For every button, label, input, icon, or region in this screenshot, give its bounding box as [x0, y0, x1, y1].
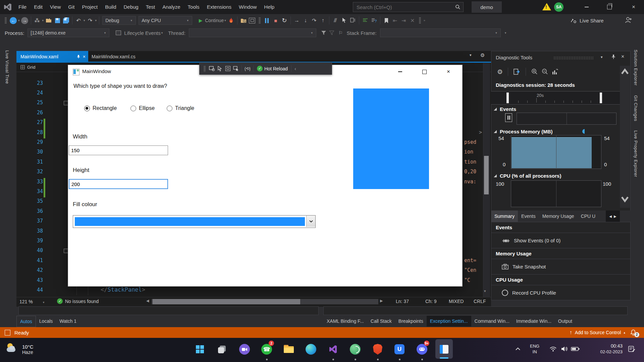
menu-item-view[interactable]: View: [46, 0, 64, 14]
continue-button[interactable]: Continue: [205, 18, 224, 23]
clear-bookmarks-icon[interactable]: ✕: [408, 16, 417, 25]
continue-dropdown[interactable]: ▾: [224, 19, 227, 22]
taskbar-icon-wpf-app[interactable]: [437, 343, 451, 356]
add-user-icon[interactable]: [625, 16, 633, 24]
menu-item-git[interactable]: Git: [64, 0, 78, 14]
scroll-up-chevron-icon[interactable]: [621, 67, 629, 77]
close-tab-icon[interactable]: ×: [83, 54, 86, 59]
preview-window-icon[interactable]: [248, 16, 257, 25]
flag-threads-icon[interactable]: ⚐: [338, 30, 343, 36]
app-close-button[interactable]: ×: [441, 65, 456, 78]
user-avatar[interactable]: SA: [554, 2, 564, 12]
settings-gear-icon[interactable]: ⚙: [497, 68, 503, 76]
taskbar-icon-visual-studio[interactable]: [326, 343, 340, 356]
search-icon[interactable]: [455, 4, 461, 10]
window-minimize-button[interactable]: [579, 0, 594, 14]
diagnostics-tab-memory-usage[interactable]: Memory Usage: [539, 210, 578, 222]
diagnostics-tab-cpu-u[interactable]: CPU U: [578, 210, 599, 222]
zoom-out-icon[interactable]: [541, 68, 548, 75]
process-dropdown[interactable]: [1248] demo.exe▾: [28, 28, 109, 37]
document-outline-icon[interactable]: [348, 16, 357, 25]
display-adorners-icon[interactable]: [224, 65, 232, 72]
enable-selection-icon[interactable]: [216, 65, 224, 72]
radio-ellipse[interactable]: Ellipse: [130, 105, 155, 111]
editor-options-gear-icon[interactable]: ⚙: [480, 52, 485, 58]
menu-item-file[interactable]: File: [15, 0, 30, 14]
menu-item-tools[interactable]: Tools: [184, 0, 203, 14]
tab-mainwindow-xaml-cs[interactable]: MainWindow.xaml.cs: [88, 51, 152, 62]
toolbar-grip-3[interactable]: [419, 17, 421, 24]
navigate-forward-icon[interactable]: →: [20, 16, 29, 25]
code-line-44[interactable]: </StackPanel>: [101, 286, 145, 293]
tab-mainwindow-xaml[interactable]: MainWindow.xaml ×: [16, 51, 88, 62]
panel-tab-call-stack[interactable]: Call Stack: [367, 316, 395, 326]
navigate-back-dropdown[interactable]: ▾: [17, 19, 20, 22]
chart-options-icon[interactable]: [552, 68, 558, 75]
save-all-icon[interactable]: [62, 16, 70, 25]
radio-triangle[interactable]: Triangle: [167, 105, 194, 111]
height-input[interactable]: [69, 179, 168, 189]
panel-tab-immediate-win[interactable]: Immediate Win...: [513, 316, 555, 326]
app-maximize-button[interactable]: [417, 65, 432, 78]
diagnostics-tab-events[interactable]: Events: [518, 210, 539, 222]
stop-icon[interactable]: ■: [271, 16, 280, 25]
hscroll-left-arrow[interactable]: ◀: [146, 299, 149, 303]
panel-tab-breakpoints[interactable]: Breakpoints: [395, 316, 427, 326]
format-indent-icon[interactable]: [361, 16, 370, 25]
width-input[interactable]: [69, 145, 168, 155]
toolbar-grip[interactable]: [5, 17, 7, 24]
taskbar-icon-brave[interactable]: [371, 343, 384, 356]
previous-bookmark-icon[interactable]: ⇤: [391, 16, 399, 25]
events-section-header[interactable]: Events: [494, 106, 516, 112]
open-folder-icon[interactable]: [44, 16, 53, 25]
tray-language-indicator[interactable]: ENGIN: [530, 343, 539, 355]
editor-vscroll-thumb[interactable]: [484, 156, 489, 194]
panel-tab-exception-settin[interactable]: Exception Settin...: [427, 316, 471, 326]
notifications-bell[interactable]: 2: [630, 329, 637, 336]
menu-item-extensions[interactable]: Extensions: [203, 0, 235, 14]
toolbar-overflow[interactable]: »: [423, 19, 426, 22]
cpu-section-header[interactable]: CPU (% of all processors): [494, 173, 561, 179]
step-into-icon[interactable]: ↓: [301, 16, 310, 25]
memory-section-header[interactable]: Process Memory (MB): [494, 129, 553, 134]
toolbar-grip-2[interactable]: [259, 17, 261, 24]
menu-item-analyze[interactable]: Analyze: [159, 0, 184, 14]
radio-rectangle-circle[interactable]: [84, 106, 90, 111]
notification-center-icon[interactable]: [628, 345, 635, 353]
collapse-toolbar-chevron[interactable]: ‹: [293, 66, 298, 71]
panel-tab-locals[interactable]: Locals: [36, 316, 56, 326]
navigate-back-icon[interactable]: ←: [9, 16, 17, 25]
live-share-button[interactable]: Live Share: [570, 14, 604, 27]
hot-reload-label[interactable]: Hot Reload: [264, 66, 288, 71]
window-restore-button[interactable]: [602, 0, 617, 14]
taskbar-icon-video-app[interactable]: [238, 343, 251, 356]
redo-dropdown[interactable]: ▾: [95, 19, 98, 22]
tab-scroll-arrows[interactable]: ◀ ▶: [606, 210, 620, 222]
solution-configuration-dropdown[interactable]: Debug▾: [102, 16, 136, 25]
code-fold-box[interactable]: [64, 101, 68, 105]
radio-rectangle[interactable]: Rectangle: [84, 105, 117, 111]
lifecycle-events-dropdown[interactable]: Lifecycle Events: [124, 30, 160, 36]
save-icon[interactable]: [53, 16, 62, 25]
editor-zoom-dropdown[interactable]: 121 %▾: [19, 299, 45, 305]
vscroll-down-arrow[interactable]: ▾: [484, 289, 486, 293]
editor-hscroll-thumb[interactable]: [153, 299, 300, 304]
panel-tab-watch-1[interactable]: Watch 1: [56, 316, 80, 326]
radio-ellipse-circle[interactable]: [130, 106, 136, 111]
filter-funnel-icon[interactable]: [321, 31, 326, 35]
restart-icon[interactable]: ↻: [280, 16, 289, 25]
pin-icon[interactable]: [76, 55, 80, 59]
radio-triangle-circle[interactable]: [167, 106, 172, 111]
tab-scroll-right-icon[interactable]: ▶: [614, 215, 616, 218]
apply-code-changes-icon[interactable]: ⫻: [331, 16, 340, 25]
close-panel-icon[interactable]: ×: [621, 54, 624, 60]
menu-item-help[interactable]: Help: [260, 0, 278, 14]
feedback-project-badge[interactable]: demo: [472, 1, 502, 13]
tab-list-dropdown-icon[interactable]: ▾: [470, 53, 472, 57]
wifi-icon[interactable]: [549, 346, 557, 352]
source-control-caret-icon[interactable]: ▴: [624, 331, 625, 334]
filter-funnel-icon-2[interactable]: [329, 31, 334, 35]
flame-icon[interactable]: [227, 16, 235, 25]
sidebar-tab-live-visual-tree[interactable]: Live Visual Tree: [5, 50, 10, 84]
show-events-link[interactable]: Show Events (0 of 0): [491, 233, 631, 248]
